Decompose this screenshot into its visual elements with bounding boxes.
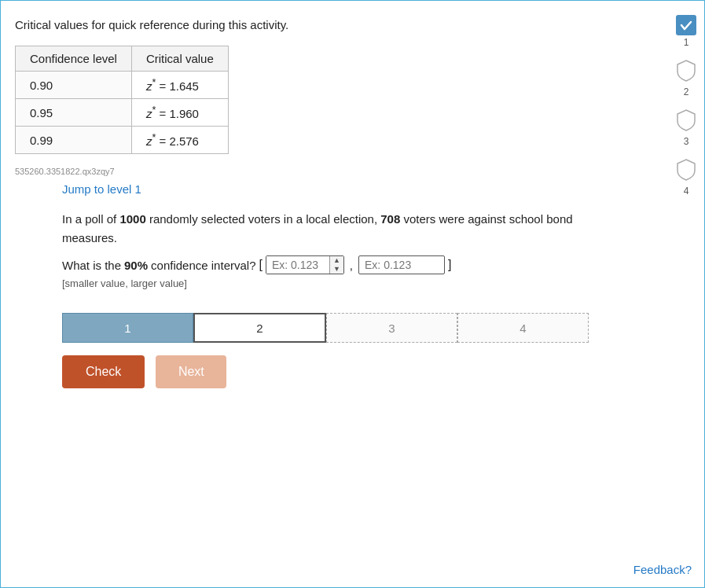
table-cell-critical: z* = 1.960 [131,99,228,127]
table-cell-confidence: 0.90 [16,72,132,99]
hint-text: [smaller value, larger value] [62,277,685,289]
question-part2: randomly selected voters in a local elec… [146,212,380,226]
question-text: In a poll of 1000 randomly selected vote… [62,210,628,248]
reference-table: Confidence level Critical value 0.90z* =… [15,46,229,154]
sidebar-item-3: 3 [676,108,696,147]
stepper-up[interactable]: ▲ [330,256,343,265]
comma-separator: , [350,259,353,272]
question-k: 708 [380,212,400,226]
sidebar-num-1: 1 [684,37,689,48]
table-cell-confidence: 0.95 [16,99,132,127]
next-button[interactable]: Next [156,355,226,388]
jump-to-level-link[interactable]: Jump to level 1 [62,182,141,196]
bracket-close: ] [448,258,451,272]
stepper-down[interactable]: ▼ [330,265,343,274]
bracket-open: [ [259,258,262,272]
intro-text: Critical values for quick reference duri… [15,18,685,31]
progress-step-2[interactable]: 2 [193,313,326,343]
question-n: 1000 [119,212,145,226]
question-part1: In a poll of [62,212,119,226]
input1-stepper-wrap[interactable]: ▲ ▼ [266,255,344,274]
shield-icon-2 [676,59,696,85]
action-row: Check Next [62,355,685,388]
shield-icon-4 [676,158,696,184]
activity-id: 535260.3351822.qx3zqy7 [15,167,685,176]
main-container: Critical values for quick reference duri… [0,0,705,588]
col-header-confidence: Confidence level [16,46,132,72]
shield-icon-3 [676,108,696,134]
sidebar-item-4: 4 [676,158,696,197]
stepper-buttons: ▲ ▼ [329,256,343,274]
input2-field[interactable] [358,255,445,274]
progress-step-1[interactable]: 1 [62,313,193,343]
progress-step-4[interactable]: 4 [457,313,589,343]
table-cell-confidence: 0.99 [16,127,132,154]
table-cell-critical: z* = 2.576 [131,127,228,154]
check-button[interactable]: Check [62,355,145,388]
sidebar-num-3: 3 [684,136,689,147]
feedback-link[interactable]: Feedback? [633,563,692,576]
sidebar-item-2: 2 [676,59,696,97]
progress-bar: 1234 [62,313,589,343]
input1-field[interactable] [266,256,329,274]
answer-row: What is the 90% confidence interval? [ ▲… [62,255,685,274]
sidebar-num-4: 4 [684,186,689,197]
question-confidence: 90% [124,259,148,272]
sidebar-num-2: 2 [684,86,689,97]
progress-step-3[interactable]: 3 [326,313,457,343]
sidebar: 1234 [676,15,696,197]
sidebar-item-1: 1 [676,15,696,48]
question-line2-suffix: confidence interval? [151,259,255,272]
col-header-critical: Critical value [131,46,228,72]
table-cell-critical: z* = 1.645 [131,72,228,99]
check-icon [676,15,696,35]
question-line2-prefix: What is the [62,259,121,272]
